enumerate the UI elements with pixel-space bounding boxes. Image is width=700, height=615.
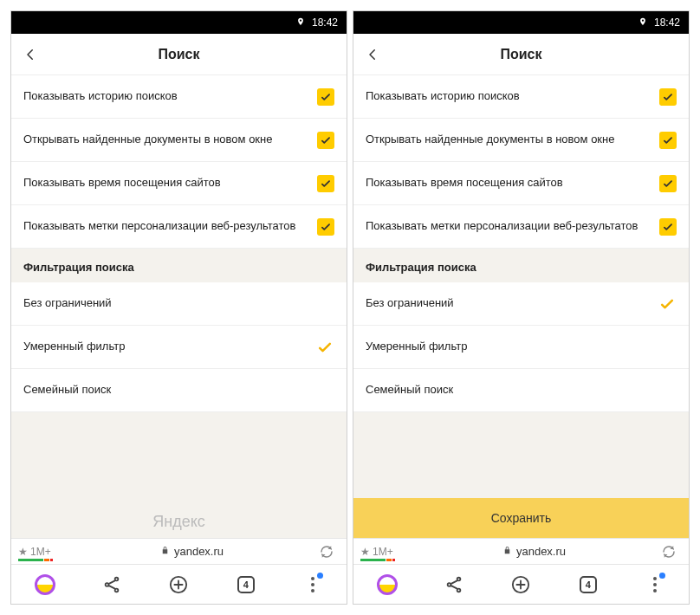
checkbox-icon[interactable] bbox=[317, 88, 334, 106]
address-bar[interactable]: ★1M+yandex.ru bbox=[353, 538, 689, 564]
filter-label: Семейный поиск bbox=[366, 383, 658, 398]
checkbox-icon[interactable] bbox=[659, 175, 677, 192]
content: Показывать историю поисковОткрывать найд… bbox=[353, 75, 689, 538]
filter-row[interactable]: Без ограничений bbox=[11, 282, 347, 326]
filter-label: Умеренный фильтр bbox=[366, 340, 658, 354]
reload-button[interactable] bbox=[314, 544, 340, 560]
address-bar[interactable]: ★1M+yandex.ru bbox=[11, 538, 347, 564]
home-button[interactable] bbox=[26, 566, 64, 604]
bottom-nav: 4 bbox=[353, 564, 689, 604]
setting-label: Показывать время посещения сайтов bbox=[366, 176, 659, 191]
checkbox-icon[interactable] bbox=[317, 132, 334, 149]
menu-button[interactable] bbox=[294, 566, 332, 604]
reload-button[interactable] bbox=[656, 544, 682, 560]
content: Показывать историю поисковОткрывать найд… bbox=[11, 75, 347, 538]
location-icon bbox=[638, 16, 647, 30]
checkbox-icon[interactable] bbox=[317, 218, 334, 236]
domain-text: yandex.ru bbox=[516, 545, 566, 558]
filter-row[interactable]: Умеренный фильтр bbox=[353, 326, 689, 369]
setting-row[interactable]: Показывать метки персонализации веб-резу… bbox=[11, 205, 347, 249]
bottom-nav: 4 bbox=[11, 564, 347, 604]
back-button[interactable] bbox=[353, 47, 392, 62]
lock-icon bbox=[160, 545, 170, 558]
filter-row[interactable]: Умеренный фильтр bbox=[11, 326, 347, 369]
setting-label: Показывать историю поисков bbox=[23, 89, 317, 104]
filter-row[interactable]: Семейный поиск bbox=[11, 369, 347, 412]
setting-label: Показывать метки персонализации веб-резу… bbox=[23, 219, 317, 234]
spacer bbox=[353, 412, 689, 498]
phone-screen: 18:42ПоискПоказывать историю поисковОткр… bbox=[353, 10, 690, 605]
filter-label: Без ограничений bbox=[366, 296, 658, 311]
save-button[interactable]: Сохранить bbox=[353, 498, 689, 538]
setting-label: Открывать найденные документы в новом ок… bbox=[366, 133, 659, 147]
checkbox-icon[interactable] bbox=[317, 175, 334, 192]
tabs-button[interactable]: 4 bbox=[227, 566, 265, 604]
location-icon bbox=[296, 16, 305, 30]
page-title: Поиск bbox=[49, 47, 308, 62]
url-display[interactable]: yandex.ru bbox=[70, 545, 314, 558]
star-icon: ★ bbox=[18, 546, 28, 558]
rating-count: 1M+ bbox=[30, 546, 51, 558]
checkbox-icon[interactable] bbox=[659, 132, 677, 149]
yandex-pill-icon bbox=[35, 574, 55, 595]
filter-section-header: Фильтрация поиска bbox=[353, 249, 689, 282]
filter-label: Семейный поиск bbox=[23, 383, 315, 398]
status-time: 18:42 bbox=[654, 16, 680, 29]
status-time: 18:42 bbox=[312, 16, 338, 29]
dots-icon bbox=[311, 577, 314, 592]
phone-screen: 18:42ПоискПоказывать историю поисковОткр… bbox=[10, 10, 347, 605]
setting-label: Открывать найденные документы в новом ок… bbox=[23, 133, 317, 147]
filter-section-header: Фильтрация поиска bbox=[11, 249, 347, 282]
filter-row[interactable]: Без ограничений bbox=[353, 282, 689, 326]
tab-count: 4 bbox=[580, 576, 597, 593]
status-bar: 18:42 bbox=[11, 11, 347, 34]
tab-count: 4 bbox=[237, 576, 255, 593]
filter-label: Без ограничений bbox=[23, 296, 315, 311]
rating-bars bbox=[360, 559, 395, 561]
setting-row[interactable]: Показывать время посещения сайтов bbox=[353, 162, 689, 205]
rating-count: 1M+ bbox=[373, 546, 393, 558]
dots-icon bbox=[653, 577, 657, 592]
setting-row[interactable]: Показывать время посещения сайтов bbox=[11, 162, 347, 205]
filter-label: Умеренный фильтр bbox=[23, 340, 315, 354]
setting-row[interactable]: Открывать найденные документы в новом ок… bbox=[11, 119, 347, 162]
share-button[interactable] bbox=[435, 566, 473, 604]
checkbox-icon[interactable] bbox=[659, 88, 677, 106]
yandex-logo: Яндекс bbox=[11, 513, 347, 531]
filter-row[interactable]: Семейный поиск bbox=[353, 369, 689, 412]
site-rating: ★1M+ bbox=[360, 546, 412, 558]
menu-button[interactable] bbox=[636, 566, 674, 604]
status-bar: 18:42 bbox=[353, 11, 689, 34]
share-button[interactable] bbox=[93, 566, 131, 604]
checkbox-icon[interactable] bbox=[659, 218, 677, 236]
star-icon: ★ bbox=[360, 546, 370, 558]
setting-row[interactable]: Показывать историю поисков bbox=[353, 75, 689, 119]
page-header: Поиск bbox=[11, 34, 347, 75]
setting-row[interactable]: Показывать историю поисков bbox=[11, 75, 347, 119]
domain-text: yandex.ru bbox=[174, 545, 224, 558]
back-button[interactable] bbox=[11, 47, 49, 62]
setting-label: Показывать историю поисков bbox=[366, 89, 659, 104]
selected-check-icon bbox=[315, 339, 334, 356]
rating-bars bbox=[18, 559, 53, 561]
new-tab-button[interactable] bbox=[159, 566, 198, 604]
setting-label: Показывать метки персонализации веб-резу… bbox=[366, 219, 659, 234]
selected-check-icon bbox=[658, 295, 677, 313]
lock-icon bbox=[502, 545, 512, 558]
url-display[interactable]: yandex.ru bbox=[412, 545, 656, 558]
setting-row[interactable]: Показывать метки персонализации веб-резу… bbox=[353, 205, 689, 249]
yandex-pill-icon bbox=[377, 574, 398, 595]
site-rating: ★1M+ bbox=[18, 546, 70, 558]
home-button[interactable] bbox=[368, 566, 406, 604]
page-title: Поиск bbox=[392, 47, 651, 62]
page-header: Поиск bbox=[353, 34, 689, 75]
new-tab-button[interactable] bbox=[502, 566, 540, 604]
spacer: Яндекс bbox=[11, 412, 347, 538]
tabs-button[interactable]: 4 bbox=[569, 566, 607, 604]
setting-row[interactable]: Открывать найденные документы в новом ок… bbox=[353, 119, 689, 162]
setting-label: Показывать время посещения сайтов bbox=[23, 176, 317, 191]
